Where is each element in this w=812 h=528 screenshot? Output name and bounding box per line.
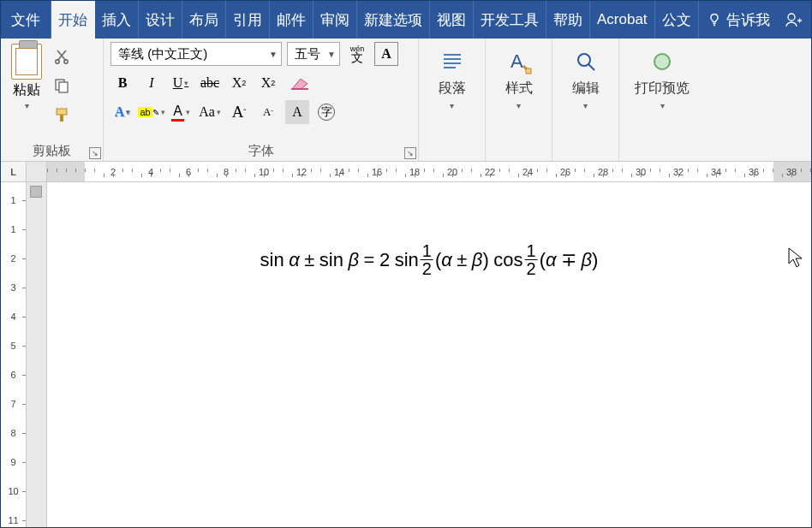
change-case-button[interactable]: Aa	[198, 100, 222, 124]
eq-mp: ∓	[561, 249, 576, 271]
tab-review[interactable]: 审阅	[313, 1, 357, 39]
font-size-value: 五号	[295, 46, 320, 62]
paragraph-label: 段落	[439, 80, 466, 98]
font-size-combo[interactable]: 五号▼	[287, 42, 340, 66]
cut-button[interactable]	[51, 45, 73, 68]
vruler-number: 5	[1, 331, 26, 360]
vruler-number: 1	[1, 215, 26, 244]
tab-mailings[interactable]: 邮件	[270, 1, 313, 39]
svg-rect-9	[526, 68, 531, 74]
eq-sin-2: sin	[319, 249, 343, 271]
italic-button[interactable]: I	[140, 71, 164, 95]
shrink-font-button[interactable]: Aˇ	[256, 100, 280, 124]
tab-newtab[interactable]: 新建选项	[357, 1, 430, 39]
ruler-number: 30	[631, 167, 650, 177]
ruler-corner-icon[interactable]: L	[1, 162, 27, 181]
mouse-cursor-icon	[787, 246, 804, 269]
share-button[interactable]	[779, 1, 808, 39]
tab-file[interactable]: 文件	[1, 1, 51, 39]
group-clipboard: 粘贴 ▾ 剪贴板 ↘	[1, 39, 104, 161]
paragraph-button[interactable]: 段落 ▾	[425, 42, 480, 110]
eq-sin-3: sin	[395, 249, 419, 271]
tell-me-search[interactable]: 告诉我	[699, 1, 779, 39]
enclose-characters-button[interactable]: 字	[314, 100, 338, 124]
character-border-button[interactable]: A	[374, 42, 398, 66]
editing-button[interactable]: 编辑 ▾	[558, 42, 613, 110]
eq-beta-1: β	[348, 249, 359, 271]
print-preview-button[interactable]: 打印预览 ▾	[626, 42, 698, 110]
eq-beta-3: β	[582, 249, 593, 271]
ruler-number: 10	[254, 167, 273, 177]
copy-button[interactable]	[51, 74, 73, 97]
group-paragraph: 段落 ▾	[419, 39, 486, 161]
ruler-number: 32	[669, 167, 688, 177]
clipboard-group-label: 剪贴板	[8, 141, 96, 159]
gutter-marker	[30, 186, 42, 198]
eq-alpha-1: α	[289, 249, 300, 271]
chevron-down-icon: ▾	[516, 101, 521, 110]
format-painter-button[interactable]	[51, 104, 73, 126]
ruler-number: 36	[744, 167, 763, 177]
svg-text:A: A	[510, 50, 523, 72]
horizontal-ruler-row: L 246810121416182022242628303234363840	[1, 162, 811, 182]
highlight-button[interactable]: ab✎	[140, 100, 164, 124]
document-area: 11234567891011 sin α ± sin β = 2 sin 1 2	[1, 182, 811, 527]
tab-developer[interactable]: 开发工具	[474, 1, 546, 39]
ruler-number: 24	[518, 167, 537, 177]
editing-label: 编辑	[572, 80, 600, 98]
equation-object[interactable]: sin α ± sin β = 2 sin 1 2 ( α ± β ) c	[260, 242, 599, 277]
tab-layout[interactable]: 布局	[182, 1, 226, 39]
ruler-number: 18	[405, 167, 424, 177]
paste-button[interactable]: 粘贴 ▾	[8, 42, 45, 112]
tell-me-label: 告诉我	[726, 10, 770, 30]
ruler-number: 22	[481, 167, 499, 177]
svg-rect-6	[60, 115, 63, 122]
chevron-down-icon: ▾	[660, 101, 665, 110]
font-name-combo[interactable]: 等线 (中文正文)▼	[110, 42, 282, 66]
eq-lp-1: (	[435, 249, 441, 271]
eq-beta-2: β	[472, 249, 483, 271]
tab-references[interactable]: 引用	[226, 1, 270, 39]
clear-formatting-button[interactable]	[285, 71, 316, 95]
ruler-number: 14	[330, 167, 349, 177]
find-icon	[571, 47, 600, 76]
vertical-ruler[interactable]: 11234567891011	[1, 182, 27, 527]
subscript-button[interactable]: X2	[227, 71, 251, 95]
clipboard-launcher-icon[interactable]: ↘	[89, 147, 101, 159]
tab-home[interactable]: 开始	[51, 1, 95, 39]
superscript-button[interactable]: X2	[256, 71, 280, 95]
paste-dropdown-icon[interactable]: ▾	[25, 101, 29, 110]
group-font: 等线 (中文正文)▼ 五号▼ wén 文 A B I U abc	[104, 39, 419, 161]
tab-insert[interactable]: 插入	[95, 1, 139, 39]
ruler-gutter	[27, 162, 47, 181]
phonetic-guide-button[interactable]: wén 文	[345, 42, 369, 66]
grow-font-button[interactable]: Aˆ	[227, 100, 251, 124]
styles-button[interactable]: A 样式 ▾	[492, 42, 546, 110]
svg-rect-7	[291, 88, 308, 90]
eq-frac2-num: 1	[525, 242, 538, 259]
eq-frac-2: 1 2	[525, 242, 538, 277]
font-color-button[interactable]: A	[169, 100, 193, 124]
vruler-number: 7	[1, 389, 26, 418]
font-launcher-icon[interactable]: ↘	[404, 147, 416, 159]
document-page[interactable]: sin α ± sin β = 2 sin 1 2 ( α ± β ) c	[47, 182, 811, 527]
tab-acrobat[interactable]: Acrobat	[590, 1, 655, 39]
ruler-number: 8	[217, 167, 236, 177]
strikethrough-button[interactable]: abc	[198, 71, 222, 95]
tab-view[interactable]: 视图	[430, 1, 474, 39]
tab-help[interactable]: 帮助	[546, 1, 590, 39]
ruler-number: 6	[179, 167, 198, 177]
word-window: 文件 开始 插入 设计 布局 引用 邮件 审阅 新建选项 视图 开发工具 帮助 …	[0, 0, 812, 528]
vruler-number: 6	[1, 360, 26, 389]
underline-button[interactable]: U	[169, 71, 193, 95]
character-shading-button[interactable]: A	[285, 100, 309, 124]
eq-two: 2	[379, 249, 390, 271]
horizontal-ruler[interactable]: 246810121416182022242628303234363840	[47, 162, 811, 181]
bold-button[interactable]: B	[110, 71, 134, 95]
tab-gongwen[interactable]: 公文	[655, 1, 699, 39]
svg-rect-5	[57, 109, 67, 115]
circle-icon	[648, 47, 677, 76]
tab-design[interactable]: 设计	[139, 1, 182, 39]
text-effects-button[interactable]: A	[110, 100, 134, 124]
vruler-number: 11	[1, 506, 26, 527]
